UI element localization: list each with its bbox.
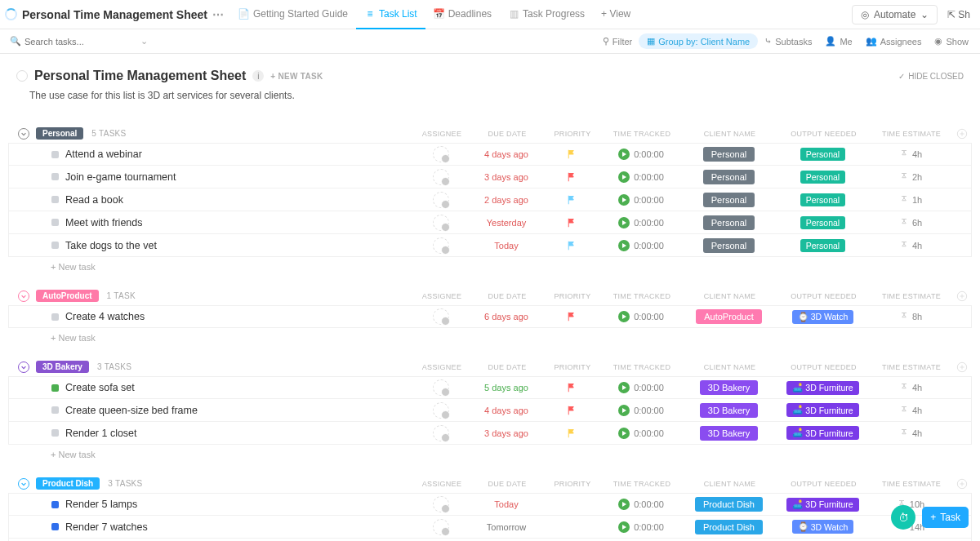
estimate-cell[interactable]: 1h bbox=[870, 195, 951, 205]
priority-cell[interactable] bbox=[543, 406, 600, 415]
due-date-cell[interactable]: Today bbox=[470, 499, 543, 509]
play-icon[interactable] bbox=[618, 382, 630, 393]
assignee-cell[interactable] bbox=[412, 237, 470, 254]
group-badge[interactable]: AutoProduct bbox=[36, 290, 99, 302]
col-due-date[interactable]: DUE DATE bbox=[470, 480, 544, 488]
time-tracked-cell[interactable]: 0:00:00 bbox=[600, 149, 682, 160]
client-cell[interactable]: 3D Bakery bbox=[682, 380, 776, 395]
hide-closed-button[interactable]: ✓HIDE CLOSED bbox=[898, 72, 964, 81]
priority-cell[interactable] bbox=[543, 195, 600, 205]
time-tracked-cell[interactable]: 0:00:00 bbox=[600, 382, 682, 393]
status-square[interactable] bbox=[51, 429, 59, 437]
assignee-cell[interactable] bbox=[412, 215, 470, 231]
task-row[interactable]: Create queen-size bed frame 4 days ago 0… bbox=[8, 399, 972, 422]
col-output-needed[interactable]: OUTPUT NEEDED bbox=[777, 130, 871, 138]
task-row[interactable]: Read a book 2 days ago 0:00:00 Personal … bbox=[8, 188, 972, 211]
search-input[interactable] bbox=[24, 37, 137, 47]
output-cell[interactable]: Personal bbox=[776, 193, 870, 206]
task-row[interactable]: Join e-game tournament 3 days ago 0:00:0… bbox=[8, 166, 972, 188]
client-cell[interactable]: Product Dish bbox=[682, 497, 776, 512]
play-icon[interactable] bbox=[618, 405, 630, 416]
col-time-estimate[interactable]: TIME ESTIMATE bbox=[871, 130, 952, 138]
estimate-cell[interactable]: 4h bbox=[870, 406, 951, 415]
assignees-button[interactable]: 👥Assignees bbox=[859, 33, 929, 49]
col-time-tracked[interactable]: TIME TRACKED bbox=[601, 130, 683, 138]
client-cell[interactable]: 3D Bakery bbox=[682, 426, 776, 441]
show-button[interactable]: ◉Show bbox=[928, 33, 975, 49]
output-cell[interactable]: Personal bbox=[776, 239, 870, 252]
due-date-cell[interactable]: Today bbox=[470, 241, 543, 251]
task-row[interactable]: Take dogs to the vet Today 0:00:00 Perso… bbox=[8, 234, 972, 257]
me-button[interactable]: 👤Me bbox=[818, 33, 858, 49]
col-client-name[interactable]: CLIENT NAME bbox=[683, 130, 777, 138]
col-due-date[interactable]: DUE DATE bbox=[470, 292, 544, 300]
output-cell[interactable]: 🛋️3D Furniture bbox=[776, 381, 870, 395]
assignee-cell[interactable] bbox=[412, 379, 470, 396]
due-date-cell[interactable]: 3 days ago bbox=[470, 172, 543, 182]
search-wrap[interactable]: 🔍 ⌄ bbox=[5, 34, 136, 48]
task-row[interactable]: Render 7 watches Tomorrow 0:00:00 Produc… bbox=[8, 516, 972, 539]
col-output-needed[interactable]: OUTPUT NEEDED bbox=[777, 363, 871, 371]
output-cell[interactable]: 🛋️3D Furniture bbox=[776, 426, 870, 440]
col-assignee[interactable]: ASSIGNEE bbox=[413, 363, 470, 371]
task-row[interactable]: Meet with friends Yesterday 0:00:00 Pers… bbox=[8, 211, 972, 234]
new-task-row[interactable]: + New task bbox=[8, 445, 972, 459]
assignee-cell[interactable] bbox=[412, 169, 470, 185]
priority-cell[interactable] bbox=[543, 428, 600, 438]
due-date-cell[interactable]: Tomorrow bbox=[470, 522, 543, 532]
assignee-cell[interactable] bbox=[412, 519, 470, 535]
output-cell[interactable]: ⌚3D Watch bbox=[776, 310, 870, 324]
time-tracked-cell[interactable]: 0:00:00 bbox=[600, 217, 682, 228]
client-cell[interactable]: Personal bbox=[682, 147, 776, 162]
tab-task-progress[interactable]: ▥Task Progress bbox=[500, 0, 593, 29]
client-cell[interactable]: Product Dish bbox=[682, 520, 776, 534]
estimate-cell[interactable]: 4h bbox=[870, 383, 951, 392]
status-square[interactable] bbox=[51, 523, 59, 530]
timer-fab[interactable]: ⏱ bbox=[891, 505, 915, 530]
due-date-cell[interactable]: 6 days ago bbox=[470, 312, 543, 321]
time-tracked-cell[interactable]: 0:00:00 bbox=[600, 194, 682, 206]
output-cell[interactable]: Personal bbox=[776, 216, 870, 229]
output-cell[interactable]: Personal bbox=[776, 148, 870, 161]
priority-cell[interactable] bbox=[543, 149, 600, 159]
group-toggle[interactable] bbox=[18, 478, 29, 490]
play-icon[interactable] bbox=[618, 311, 630, 322]
time-tracked-cell[interactable]: 0:00:00 bbox=[600, 521, 682, 533]
add-column-button[interactable] bbox=[952, 478, 972, 490]
filter-button[interactable]: ⚲Filter bbox=[596, 33, 639, 49]
assignee-cell[interactable] bbox=[412, 496, 470, 512]
col-priority[interactable]: PRIORITY bbox=[544, 292, 601, 300]
estimate-cell[interactable]: 8h bbox=[870, 312, 951, 321]
status-square[interactable] bbox=[51, 242, 59, 249]
group-badge[interactable]: 3D Bakery bbox=[36, 361, 89, 373]
task-row[interactable]: Create sofa set 5 days ago 0:00:00 3D Ba… bbox=[8, 376, 972, 399]
play-icon[interactable] bbox=[618, 194, 630, 206]
play-icon[interactable] bbox=[618, 499, 630, 510]
col-time-tracked[interactable]: TIME TRACKED bbox=[601, 363, 683, 371]
col-assignee[interactable]: ASSIGNEE bbox=[413, 480, 470, 488]
col-assignee[interactable]: ASSIGNEE bbox=[413, 130, 470, 138]
status-square[interactable] bbox=[51, 313, 59, 321]
task-row[interactable]: Render 1 closet 3 days ago 0:00:00 3D Ba… bbox=[8, 422, 972, 445]
play-icon[interactable] bbox=[618, 171, 630, 183]
tab-task-list[interactable]: ≡Task List bbox=[356, 0, 425, 29]
add-column-button[interactable] bbox=[952, 361, 972, 373]
due-date-cell[interactable]: 4 days ago bbox=[470, 406, 543, 415]
col-due-date[interactable]: DUE DATE bbox=[470, 363, 544, 371]
col-client-name[interactable]: CLIENT NAME bbox=[683, 480, 777, 488]
automate-button[interactable]: ◎ Automate ⌄ bbox=[852, 5, 938, 24]
group-toggle[interactable] bbox=[18, 290, 29, 302]
output-cell[interactable]: 🛋️3D Furniture bbox=[776, 498, 870, 512]
status-square[interactable] bbox=[51, 384, 59, 392]
col-priority[interactable]: PRIORITY bbox=[544, 480, 601, 488]
time-tracked-cell[interactable]: 0:00:00 bbox=[600, 499, 682, 510]
tab-getting-started-guide[interactable]: 📄Getting Started Guide bbox=[230, 0, 356, 29]
group-toggle[interactable] bbox=[18, 128, 29, 140]
col-due-date[interactable]: DUE DATE bbox=[470, 130, 544, 138]
assignee-cell[interactable] bbox=[412, 402, 470, 419]
col-client-name[interactable]: CLIENT NAME bbox=[683, 363, 777, 371]
col-time-estimate[interactable]: TIME ESTIMATE bbox=[871, 292, 952, 300]
col-time-tracked[interactable]: TIME TRACKED bbox=[601, 292, 683, 300]
due-date-cell[interactable]: Yesterday bbox=[470, 218, 543, 228]
play-icon[interactable] bbox=[618, 217, 630, 228]
